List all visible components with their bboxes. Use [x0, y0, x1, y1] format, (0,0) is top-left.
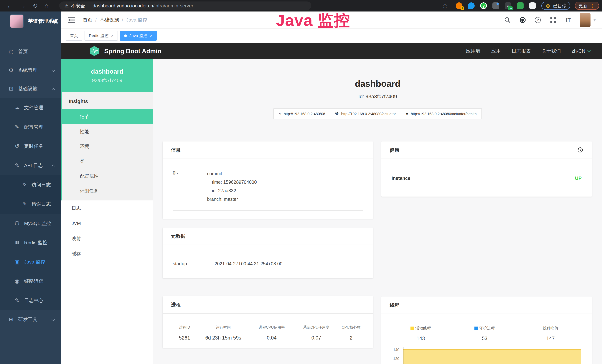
view-item-logs[interactable]: 日志 [61, 201, 153, 216]
health-row-label: Instance [392, 176, 410, 181]
sidebar-submenu-infra: ☁ 文件管理 ✎ 配置管理 ↺ 定时任务 ✎ API 日志 ✎ [0, 98, 61, 310]
tab-bar: 首页 Redis 监控 × Java 监控 × [61, 29, 602, 43]
forward-icon[interactable]: → [20, 3, 26, 9]
sba-locale-select[interactable]: zh-CN [572, 48, 590, 54]
tab-label: Java 监控 [129, 33, 147, 39]
insights-item-config-props[interactable]: 配置属性 [62, 169, 153, 183]
update-label: 更新 [579, 3, 588, 9]
sidebar-item-error-logs[interactable]: ✎ 错误日志 [0, 194, 61, 214]
sidebar-item-config[interactable]: ✎ 配置管理 [0, 117, 61, 137]
git-id-line: id: 27aa832 [207, 186, 257, 195]
avatar-caret-icon[interactable]: ▾ [593, 17, 596, 23]
service-url: http://192.168.0.2:48080/ [284, 112, 325, 116]
extension-icon-orange[interactable]: 1 [456, 2, 462, 9]
health-history-icon[interactable] [577, 147, 583, 153]
extension-icon-pin[interactable] [468, 2, 475, 9]
breadcrumb: 首页 / 基础设施 / Java 监控 [83, 17, 147, 23]
profile-paused-chip[interactable]: ☺ 已暂停 [541, 2, 570, 10]
browser-update-button[interactable]: 更新 ⋮ [575, 2, 599, 10]
extension-icon-grid[interactable] [493, 2, 499, 9]
address-bar[interactable]: ⚠ 不安全 dashboard.yudao.iocoder.cn /infra/… [59, 1, 311, 10]
sidebar-item-label: 访问日志 [32, 182, 51, 188]
view-item-mappings[interactable]: 映射 [61, 231, 153, 246]
bookmark-star-icon[interactable]: ☆ [442, 2, 448, 10]
eye-icon: ◉ [13, 278, 21, 284]
insights-item-metrics[interactable]: 性能 [62, 124, 153, 139]
chevron-down-icon [588, 49, 591, 52]
instance-header: dashboard 93a3fc7f7409 [61, 59, 153, 92]
actuator-url-button[interactable]: ⚒ http://192.168.0.2:48080/actuator [330, 108, 401, 119]
tab-home[interactable]: 首页 [66, 31, 82, 41]
content-area: dashboard 93a3fc7f7409 Insights 细节 性能 环境… [61, 59, 602, 364]
sidebar-item-scheduled-jobs[interactable]: ↺ 定时任务 [0, 137, 61, 156]
sidebar-item-api-logs[interactable]: ✎ API 日志 [0, 156, 61, 175]
sidebar-item-java-monitor[interactable]: ▣ Java 监控 [0, 252, 61, 271]
view-item-caches[interactable]: 缓存 [61, 246, 153, 261]
browser-menu-icon[interactable]: ⋮ [590, 3, 595, 9]
process-col-header: 运行时间 [198, 325, 248, 330]
home-icon[interactable]: ⌂ [45, 3, 49, 9]
wrench-icon: ⚒ [335, 111, 339, 117]
threads-legend: 活动线程 143 守护进程 53 [390, 326, 583, 341]
sba-nav-wallboard[interactable]: 应用墙 [466, 48, 480, 54]
metadata-card: 元数据 startup 2021-04-27T00:44:31.254+08:0… [163, 227, 373, 278]
extension-y-letter: y [483, 3, 485, 8]
sidebar-item-mysql-monitor[interactable]: ⛁ MySQL 监控 [0, 214, 61, 233]
insights-title: Insights [62, 92, 153, 109]
url-path[interactable]: /infra/admin-server [153, 3, 193, 9]
metadata-row-label: startup [173, 261, 215, 267]
reload-icon[interactable]: ↻ [33, 3, 38, 9]
github-icon[interactable] [519, 16, 526, 24]
sidebar-item-files[interactable]: ☁ 文件管理 [0, 98, 61, 117]
sidebar-item-dev-tools[interactable]: ⊞ 研发工具 [0, 310, 61, 329]
extension-icon-green[interactable] [517, 2, 524, 9]
not-secure-label[interactable]: 不安全 [71, 3, 85, 9]
sba-nav-about[interactable]: 关于我们 [542, 48, 561, 54]
sidebar-item-log-center[interactable]: ✎ 日志中心 [0, 291, 61, 310]
back-icon[interactable]: ← [7, 3, 13, 9]
sba-brand[interactable]: Spring Boot Admin [104, 47, 161, 55]
hamburger-icon[interactable] [68, 17, 75, 23]
font-size-glyph: tT [566, 17, 571, 23]
close-icon[interactable]: × [150, 33, 152, 38]
info-row-value: commit: time: 1596289704000 id: 27aa832 … [207, 169, 257, 203]
legend-label-daemon: 守护进程 [479, 326, 495, 331]
tab-redis-monitor[interactable]: Redis 监控 × [85, 31, 118, 41]
user-avatar[interactable] [580, 13, 591, 27]
info-card-body: git commit: time: 1596289704000 id: 27aa… [163, 159, 373, 219]
extension-icon-switch[interactable]: ≡ on [505, 2, 511, 9]
close-icon[interactable]: × [111, 33, 113, 38]
extensions-puzzle-icon[interactable] [529, 2, 536, 9]
log-icon: ✎ [13, 297, 21, 304]
sidebar-item-tracing[interactable]: ◉ 链路追踪 [0, 271, 61, 291]
sidebar-item-redis-monitor[interactable]: ≋ Redis 监控 [0, 233, 61, 252]
sidebar-item-access-logs[interactable]: ✎ 访问日志 [0, 175, 61, 194]
tab-java-monitor[interactable]: Java 监控 × [120, 31, 156, 41]
page-header: 首页 / 基础设施 / Java 监控 ? [61, 11, 602, 29]
health-url-button[interactable]: ♥ http://192.168.0.2:48080/actuator/heal… [401, 108, 482, 119]
sidebar-item-home[interactable]: ◷ 首页 [0, 42, 61, 61]
help-icon[interactable]: ? [534, 16, 542, 24]
layers-icon: ≋ [13, 239, 21, 246]
view-item-jvm[interactable]: JVM [61, 216, 153, 231]
insights-item-environment[interactable]: 环境 [62, 139, 153, 154]
sba-nav-applications[interactable]: 应用 [491, 48, 501, 54]
git-commit-line: commit: [207, 169, 257, 178]
insights-item-classes[interactable]: 类 [62, 154, 153, 169]
breadcrumb-infra[interactable]: 基础设施 [100, 17, 119, 23]
sidebar-item-infra[interactable]: ⊡ 基础设施 [0, 79, 61, 98]
font-size-icon[interactable]: tT [565, 16, 572, 24]
sidebar-item-label: 研发工具 [18, 316, 37, 323]
insights-item-details[interactable]: 细节 [61, 109, 153, 124]
search-icon[interactable] [504, 16, 511, 24]
service-url-button[interactable]: ⌂ http://192.168.0.2:48080/ [273, 108, 330, 119]
sidebar-item-system[interactable]: ⚙ 系统管理 [0, 61, 61, 79]
extension-icon-y[interactable]: y [480, 2, 487, 9]
insights-item-scheduled-tasks[interactable]: 计划任务 [62, 183, 153, 198]
breadcrumb-home[interactable]: 首页 [83, 17, 92, 23]
active-tab-dot [124, 34, 127, 37]
fullscreen-icon[interactable] [549, 16, 557, 24]
sba-nav-journal[interactable]: 日志报表 [512, 48, 531, 54]
url-host[interactable]: dashboard.yudao.iocoder.cn [93, 3, 153, 9]
chart-plot-area [403, 347, 581, 364]
